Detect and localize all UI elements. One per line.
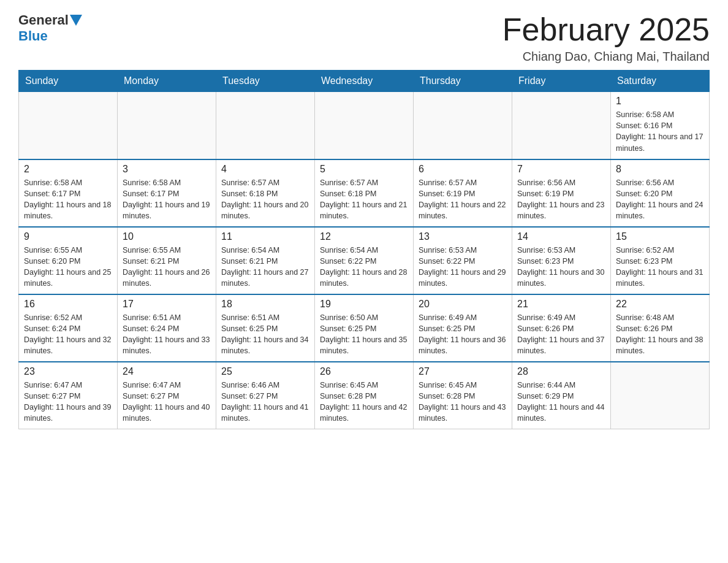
day-info: Sunrise: 6:51 AMSunset: 6:24 PMDaylight:… [123,312,211,357]
day-info: Sunrise: 6:49 AMSunset: 6:26 PMDaylight:… [517,312,605,357]
day-number: 26 [320,366,408,377]
calendar-day-cell [611,362,710,429]
day-info: Sunrise: 6:58 AMSunset: 6:16 PMDaylight:… [616,109,704,154]
day-info: Sunrise: 6:57 AMSunset: 6:19 PMDaylight:… [419,177,507,222]
day-number: 12 [320,231,408,242]
calendar-day-cell: 8Sunrise: 6:56 AMSunset: 6:20 PMDaylight… [611,159,710,227]
calendar-table: SundayMondayTuesdayWednesdayThursdayFrid… [18,70,710,429]
calendar-day-cell: 12Sunrise: 6:54 AMSunset: 6:22 PMDayligh… [315,227,414,294]
day-number: 16 [24,299,112,310]
calendar-week-row: 2Sunrise: 6:58 AMSunset: 6:17 PMDaylight… [19,159,710,227]
calendar-day-cell: 10Sunrise: 6:55 AMSunset: 6:21 PMDayligh… [118,227,216,294]
day-info: Sunrise: 6:45 AMSunset: 6:28 PMDaylight:… [320,380,408,424]
day-info: Sunrise: 6:52 AMSunset: 6:24 PMDaylight:… [24,312,112,357]
calendar-day-cell [118,92,216,159]
day-of-week-header: Sunday [19,71,118,92]
calendar-day-cell: 11Sunrise: 6:54 AMSunset: 6:21 PMDayligh… [216,227,315,294]
day-info: Sunrise: 6:50 AMSunset: 6:25 PMDaylight:… [320,312,408,357]
calendar-day-cell: 27Sunrise: 6:45 AMSunset: 6:28 PMDayligh… [414,362,512,429]
calendar-day-cell: 24Sunrise: 6:47 AMSunset: 6:27 PMDayligh… [118,362,216,429]
calendar-day-cell: 19Sunrise: 6:50 AMSunset: 6:25 PMDayligh… [315,294,414,362]
title-area: February 2025 Chiang Dao, Chiang Mai, Th… [502,12,710,64]
day-number: 20 [419,299,507,310]
day-info: Sunrise: 6:44 AMSunset: 6:29 PMDaylight:… [517,380,605,424]
calendar-day-cell: 9Sunrise: 6:55 AMSunset: 6:20 PMDaylight… [19,227,118,294]
day-info: Sunrise: 6:58 AMSunset: 6:17 PMDaylight:… [123,177,211,222]
day-of-week-header: Wednesday [315,71,414,92]
calendar-day-cell: 20Sunrise: 6:49 AMSunset: 6:25 PMDayligh… [414,294,512,362]
calendar-day-cell: 3Sunrise: 6:58 AMSunset: 6:17 PMDaylight… [118,159,216,227]
day-of-week-header: Saturday [611,71,710,92]
day-number: 25 [221,366,309,377]
day-of-week-header: Friday [512,71,611,92]
day-number: 6 [419,164,507,175]
day-info: Sunrise: 6:45 AMSunset: 6:28 PMDaylight:… [419,380,507,424]
calendar-day-cell: 6Sunrise: 6:57 AMSunset: 6:19 PMDaylight… [414,159,512,227]
calendar-day-cell: 22Sunrise: 6:48 AMSunset: 6:26 PMDayligh… [611,294,710,362]
day-number: 28 [517,366,605,377]
day-number: 8 [616,164,704,175]
calendar-day-cell: 23Sunrise: 6:47 AMSunset: 6:27 PMDayligh… [19,362,118,429]
day-number: 14 [517,231,605,242]
day-info: Sunrise: 6:54 AMSunset: 6:21 PMDaylight:… [221,245,309,289]
day-info: Sunrise: 6:56 AMSunset: 6:20 PMDaylight:… [616,177,704,222]
day-info: Sunrise: 6:47 AMSunset: 6:27 PMDaylight:… [123,380,211,424]
calendar-day-cell: 16Sunrise: 6:52 AMSunset: 6:24 PMDayligh… [19,294,118,362]
location-text: Chiang Dao, Chiang Mai, Thailand [502,50,710,64]
day-number: 5 [320,164,408,175]
calendar-day-cell [216,92,315,159]
logo-triangle-icon [70,15,82,26]
calendar-day-cell: 5Sunrise: 6:57 AMSunset: 6:18 PMDaylight… [315,159,414,227]
calendar-day-cell: 21Sunrise: 6:49 AMSunset: 6:26 PMDayligh… [512,294,611,362]
day-info: Sunrise: 6:53 AMSunset: 6:23 PMDaylight:… [517,245,605,289]
day-number: 9 [24,231,112,242]
day-number: 1 [616,96,704,107]
calendar-day-cell: 26Sunrise: 6:45 AMSunset: 6:28 PMDayligh… [315,362,414,429]
calendar-day-cell: 4Sunrise: 6:57 AMSunset: 6:18 PMDaylight… [216,159,315,227]
day-number: 22 [616,299,704,310]
calendar-week-row: 9Sunrise: 6:55 AMSunset: 6:20 PMDaylight… [19,227,710,294]
logo: General Blue [18,12,83,44]
day-number: 11 [221,231,309,242]
day-info: Sunrise: 6:51 AMSunset: 6:25 PMDaylight:… [221,312,309,357]
day-number: 27 [419,366,507,377]
day-info: Sunrise: 6:53 AMSunset: 6:22 PMDaylight:… [419,245,507,289]
day-number: 4 [221,164,309,175]
calendar-day-cell: 13Sunrise: 6:53 AMSunset: 6:22 PMDayligh… [414,227,512,294]
day-info: Sunrise: 6:48 AMSunset: 6:26 PMDaylight:… [616,312,704,357]
day-of-week-header: Thursday [414,71,512,92]
day-info: Sunrise: 6:57 AMSunset: 6:18 PMDaylight:… [221,177,309,222]
calendar-day-cell [512,92,611,159]
day-number: 3 [123,164,211,175]
day-number: 19 [320,299,408,310]
calendar-day-cell: 1Sunrise: 6:58 AMSunset: 6:16 PMDaylight… [611,92,710,159]
calendar-day-cell: 14Sunrise: 6:53 AMSunset: 6:23 PMDayligh… [512,227,611,294]
day-info: Sunrise: 6:49 AMSunset: 6:25 PMDaylight:… [419,312,507,357]
day-number: 18 [221,299,309,310]
day-info: Sunrise: 6:57 AMSunset: 6:18 PMDaylight:… [320,177,408,222]
calendar-day-cell: 18Sunrise: 6:51 AMSunset: 6:25 PMDayligh… [216,294,315,362]
logo-general-text: General [18,12,69,28]
day-number: 13 [419,231,507,242]
calendar-day-cell: 15Sunrise: 6:52 AMSunset: 6:23 PMDayligh… [611,227,710,294]
calendar-day-cell: 17Sunrise: 6:51 AMSunset: 6:24 PMDayligh… [118,294,216,362]
day-number: 21 [517,299,605,310]
day-info: Sunrise: 6:55 AMSunset: 6:21 PMDaylight:… [123,245,211,289]
calendar-day-cell: 28Sunrise: 6:44 AMSunset: 6:29 PMDayligh… [512,362,611,429]
day-number: 23 [24,366,112,377]
day-number: 10 [123,231,211,242]
calendar-day-cell: 2Sunrise: 6:58 AMSunset: 6:17 PMDaylight… [19,159,118,227]
calendar-day-cell: 7Sunrise: 6:56 AMSunset: 6:19 PMDaylight… [512,159,611,227]
day-number: 24 [123,366,211,377]
calendar-header-row: SundayMondayTuesdayWednesdayThursdayFrid… [19,71,710,92]
day-info: Sunrise: 6:54 AMSunset: 6:22 PMDaylight:… [320,245,408,289]
calendar-week-row: 23Sunrise: 6:47 AMSunset: 6:27 PMDayligh… [19,362,710,429]
month-title: February 2025 [502,12,710,47]
day-info: Sunrise: 6:47 AMSunset: 6:27 PMDaylight:… [24,380,112,424]
logo-blue-text: Blue [18,28,48,44]
day-info: Sunrise: 6:55 AMSunset: 6:20 PMDaylight:… [24,245,112,289]
page-header: General Blue February 2025 Chiang Dao, C… [18,12,710,64]
calendar-week-row: 1Sunrise: 6:58 AMSunset: 6:16 PMDaylight… [19,92,710,159]
day-of-week-header: Monday [118,71,216,92]
calendar-day-cell [19,92,118,159]
